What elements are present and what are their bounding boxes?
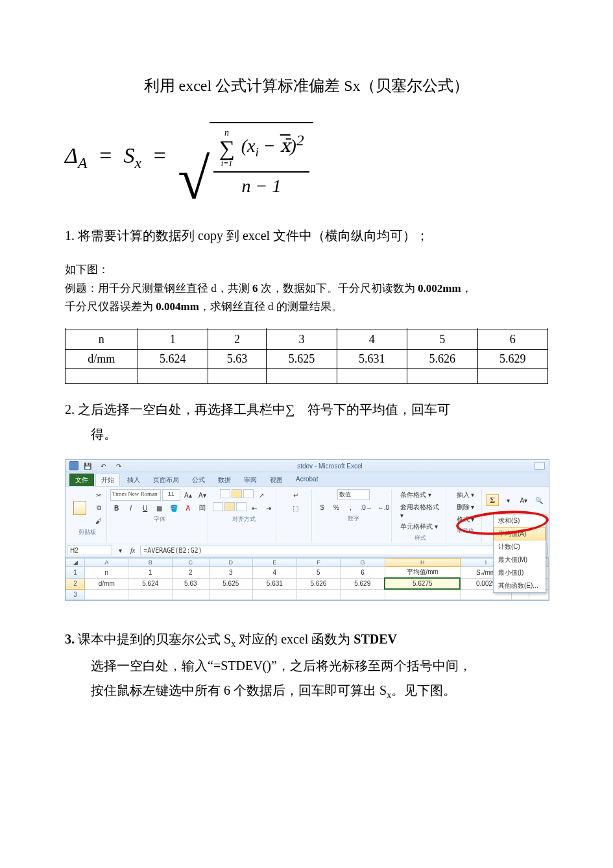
autosum-max[interactable]: 最大值(M) <box>494 553 546 566</box>
decrease-font-icon[interactable]: A▾ <box>196 489 209 501</box>
cell[interactable]: 2 <box>173 567 210 579</box>
font-size-select[interactable]: 11 <box>162 489 180 501</box>
cell[interactable] <box>173 589 210 600</box>
col-header[interactable]: C <box>173 559 210 567</box>
formula-input[interactable]: =AVERAGE(B2:G2) <box>140 546 547 555</box>
redo-icon[interactable]: ↷ <box>112 460 125 472</box>
autosum-average[interactable]: 平均值(A) <box>494 527 546 540</box>
row-header[interactable]: 1 <box>66 567 85 579</box>
col-header[interactable]: B <box>128 559 173 567</box>
cell[interactable]: 4 <box>253 567 297 579</box>
cell[interactable]: 5.625 <box>209 578 253 589</box>
autosum-min[interactable]: 最小值(I) <box>494 566 546 579</box>
sort-filter-icon[interactable]: A▾ <box>517 494 530 506</box>
cell[interactable]: 5.624 <box>128 578 173 589</box>
align-right-icon[interactable] <box>236 502 246 511</box>
col-header[interactable]: D <box>209 559 253 567</box>
align-middle-icon[interactable] <box>232 489 242 498</box>
fill-color-icon[interactable]: 🪣 <box>167 502 180 514</box>
phonetic-icon[interactable]: 閏 <box>196 502 209 514</box>
undo-icon[interactable]: ↶ <box>97 460 110 472</box>
italic-icon[interactable]: I <box>125 502 138 514</box>
conditional-format-button[interactable]: 条件格式 ▾ <box>398 489 433 501</box>
cell[interactable] <box>85 589 128 600</box>
tab-data[interactable]: 数据 <box>212 474 237 486</box>
cell[interactable]: 5 <box>296 567 341 579</box>
cell[interactable]: 5.629 <box>341 578 385 589</box>
tab-file[interactable]: 文件 <box>69 474 94 486</box>
format-as-table-button[interactable]: 套用表格格式 ▾ <box>398 501 443 520</box>
cell[interactable] <box>128 589 173 600</box>
tab-page-layout[interactable]: 页面布局 <box>147 474 185 486</box>
indent-increase-icon[interactable]: ⇥ <box>262 502 275 514</box>
increase-decimal-icon[interactable]: .0→ <box>358 501 374 513</box>
tab-review[interactable]: 审阅 <box>238 474 263 486</box>
cell[interactable]: 6 <box>341 567 385 579</box>
cell[interactable] <box>253 589 297 600</box>
fx-icon[interactable]: fx <box>126 547 139 554</box>
insert-cells-button[interactable]: 插入 ▾ <box>455 489 477 501</box>
align-left-icon[interactable] <box>213 502 223 511</box>
currency-icon[interactable]: $ <box>315 501 328 513</box>
cut-icon[interactable]: ✂ <box>92 489 105 501</box>
cell[interactable]: 平均值/mm <box>385 567 460 579</box>
format-cells-button[interactable]: 格式 ▾ <box>455 514 477 525</box>
font-color-icon[interactable]: A <box>182 502 195 514</box>
merge-center-icon[interactable]: ⬚ <box>289 502 302 514</box>
cell[interactable] <box>341 589 385 600</box>
decrease-decimal-icon[interactable]: ←.0 <box>376 501 391 513</box>
autosum-button[interactable]: Σ <box>486 494 499 506</box>
number-format-select[interactable]: 数值 <box>337 489 370 500</box>
tab-view[interactable]: 视图 <box>264 474 289 486</box>
align-bottom-icon[interactable] <box>243 489 254 498</box>
comma-icon[interactable]: , <box>344 501 357 513</box>
percent-icon[interactable]: % <box>330 501 343 513</box>
tab-acrobat[interactable]: Acrobat <box>290 474 324 486</box>
cell[interactable]: 3 <box>209 567 253 579</box>
name-box-dropdown-icon[interactable]: ▾ <box>114 545 126 557</box>
cell[interactable]: 5.631 <box>253 578 297 589</box>
increase-font-icon[interactable]: A▴ <box>182 489 195 501</box>
find-select-icon[interactable]: 🔍 <box>533 494 546 506</box>
orientation-icon[interactable]: ↗ <box>255 489 268 501</box>
tab-insert[interactable]: 插入 <box>121 474 146 486</box>
underline-icon[interactable]: U <box>139 502 152 514</box>
format-painter-icon[interactable]: 🖌 <box>92 515 105 527</box>
paste-button[interactable] <box>69 496 90 520</box>
save-icon[interactable]: 💾 <box>81 460 94 472</box>
cell[interactable] <box>296 589 341 600</box>
border-icon[interactable]: ▦ <box>153 502 166 514</box>
cell[interactable]: 1 <box>128 567 173 579</box>
row-header[interactable]: 3 <box>66 589 85 600</box>
cell[interactable]: d/mm <box>85 578 128 589</box>
autosum-other[interactable]: 其他函数(E)... <box>494 579 546 592</box>
copy-icon[interactable]: ⧉ <box>92 502 105 514</box>
align-center-icon[interactable] <box>224 502 235 511</box>
col-header[interactable]: G <box>341 559 385 567</box>
bold-icon[interactable]: B <box>110 502 123 514</box>
cell-styles-button[interactable]: 单元格样式 ▾ <box>398 521 440 533</box>
indent-decrease-icon[interactable]: ⇤ <box>248 502 261 514</box>
autosum-sum[interactable]: 求和(S) <box>494 514 546 527</box>
font-name-select[interactable]: Times New Roman <box>110 489 161 501</box>
cell[interactable]: 5.626 <box>296 578 341 589</box>
cell[interactable]: n <box>85 567 128 579</box>
cell[interactable] <box>385 589 460 600</box>
name-box[interactable]: H2 <box>67 546 112 555</box>
cell[interactable]: 5.63 <box>173 578 210 589</box>
align-top-icon[interactable] <box>220 489 230 498</box>
autosum-dropdown-icon[interactable]: ▾ <box>501 494 514 506</box>
col-header[interactable]: F <box>296 559 341 567</box>
delete-cells-button[interactable]: 删除 ▾ <box>455 501 477 513</box>
tab-home[interactable]: 开始 <box>95 474 120 486</box>
wrap-text-icon[interactable]: ↵ <box>289 489 302 501</box>
cell[interactable] <box>209 589 253 600</box>
col-header[interactable]: E <box>253 559 297 567</box>
minimize-icon[interactable] <box>535 462 545 470</box>
select-all-corner[interactable]: ◢ <box>66 559 85 567</box>
col-header[interactable]: A <box>85 559 128 567</box>
col-header-selected[interactable]: H <box>385 559 460 567</box>
row-header-selected[interactable]: 2 <box>66 578 85 589</box>
autosum-count[interactable]: 计数(C) <box>494 540 546 553</box>
tab-formulas[interactable]: 公式 <box>186 474 211 486</box>
